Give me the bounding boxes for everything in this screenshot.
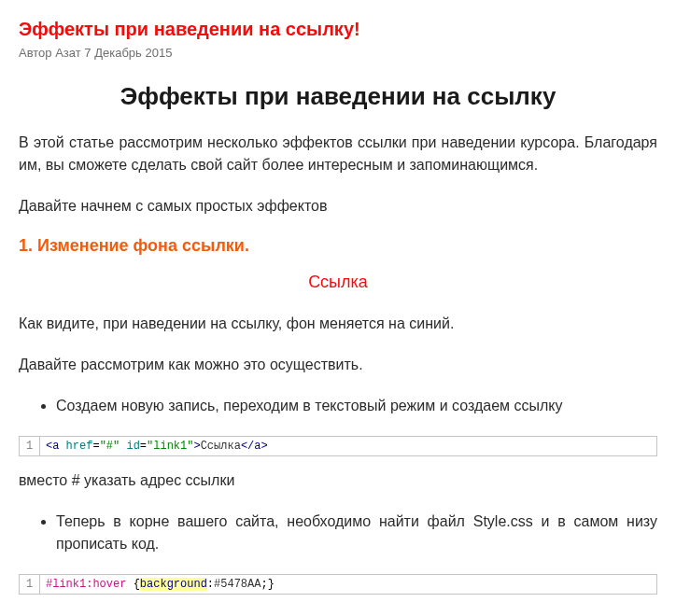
code-token: {	[134, 578, 140, 591]
code-token	[126, 578, 133, 591]
list-item: Создаем новую запись, переходим в тексто…	[56, 395, 657, 417]
code-token: ;	[261, 578, 267, 591]
steps-list-1: Создаем новую запись, переходим в тексто…	[19, 395, 657, 417]
code-token: href	[66, 440, 93, 453]
demo-link-wrapper: Ссылка	[19, 273, 657, 292]
code-token: background	[140, 578, 207, 591]
note-paragraph: вместо # указать адрес ссылки	[19, 469, 657, 492]
code-content: #link1:hover {background:#5478AA;}	[40, 575, 280, 594]
code-block-html: 1 <a href="#" id="link1">Ссылка</a>	[19, 436, 657, 456]
code-token: #link1:hover	[46, 578, 126, 591]
code-token: >	[193, 440, 200, 453]
code-line-number: 1	[20, 575, 40, 594]
paragraph-observe: Как видите, при наведении на ссылку, фон…	[19, 313, 657, 335]
intro-paragraph: В этой статье рассмотрим несколько эффек…	[19, 132, 657, 176]
code-token: #5478AA	[214, 578, 261, 591]
article-heading: Эффекты при наведении на ссылку	[19, 82, 657, 111]
section-1-heading: 1. Изменение фона ссылки.	[19, 236, 657, 256]
code-token: =	[140, 440, 147, 453]
demo-link[interactable]: Ссылка	[308, 273, 368, 291]
code-token: a	[254, 440, 261, 453]
code-line-number: 1	[20, 437, 40, 455]
code-token: >	[261, 440, 268, 453]
steps-list-2: Теперь в корне вашего сайта, необходимо …	[19, 511, 657, 555]
paragraph-howto: Давайте рассмотрим как можно это осущест…	[19, 354, 657, 376]
code-token: a	[52, 440, 59, 453]
code-token: "link1"	[147, 440, 193, 453]
code-block-css: 1 #link1:hover {background:#5478AA;}	[19, 574, 657, 595]
post-title-link[interactable]: Эффекты при наведении на ссылку!	[19, 19, 360, 40]
code-token: "#"	[100, 440, 120, 453]
lead-paragraph: Давайте начнем с самых простых эффектов	[19, 195, 657, 217]
code-token: id	[126, 440, 139, 453]
code-token: Ссылка	[201, 440, 241, 453]
code-token: </	[241, 440, 254, 453]
code-token: =	[92, 440, 99, 453]
code-token: :	[207, 578, 214, 591]
code-content: <a href="#" id="link1">Ссылка</a>	[40, 437, 274, 455]
code-token: }	[268, 578, 275, 591]
post-meta: Автор Азат 7 Декабрь 2015	[19, 46, 657, 60]
list-item: Теперь в корне вашего сайта, необходимо …	[56, 511, 657, 555]
